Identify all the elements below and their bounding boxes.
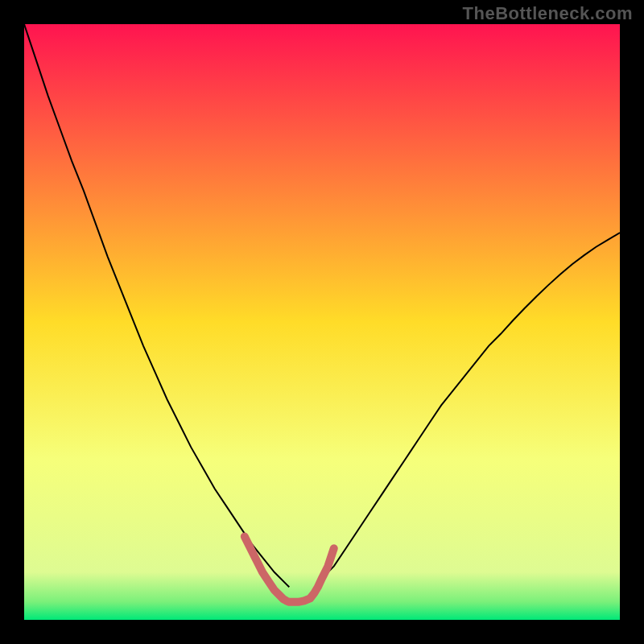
watermark-text: TheBottleneck.com — [463, 3, 633, 24]
chart-frame: TheBottleneck.com — [0, 0, 644, 644]
gradient-background — [24, 24, 620, 620]
plot-area — [24, 24, 620, 620]
chart-svg — [24, 24, 620, 620]
